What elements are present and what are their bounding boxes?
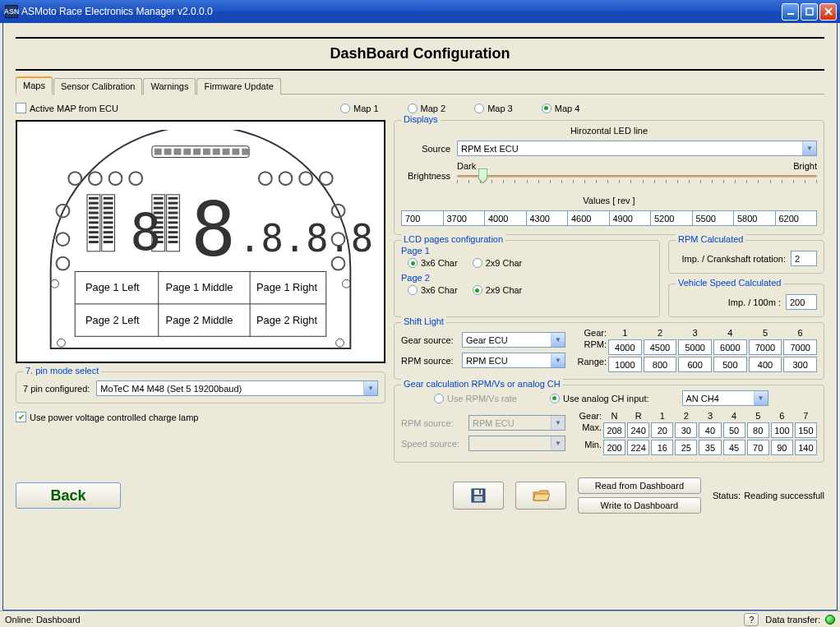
value-input[interactable]: 4000 [484, 210, 526, 226]
led-line-title: Hirozontal LED line [401, 126, 817, 136]
tab-maps[interactable]: Maps [16, 76, 53, 93]
status-label: Status: [713, 491, 741, 500]
svg-text:.8.8.8.: .8.8.8. [238, 217, 376, 260]
svg-text:Page 2 Middle: Page 2 Middle [166, 314, 233, 326]
read-from-dashboard-button[interactable]: Read from Dashboard [578, 477, 701, 494]
save-button[interactable] [453, 482, 504, 509]
svg-rect-72 [168, 241, 178, 243]
source-select[interactable]: RPM Ext ECU▼ [457, 141, 817, 156]
gearcalc-rpm-source-select: RPM ECU▼ [468, 415, 565, 431]
open-button[interactable] [515, 482, 566, 509]
write-to-dashboard-button[interactable]: Write to Dashboard [578, 497, 701, 514]
svg-rect-46 [104, 212, 113, 214]
svg-rect-38 [89, 221, 99, 224]
statusbar: Online: Dashboard ? Data transfer: [0, 611, 840, 627]
svg-text:Page 1 Left: Page 1 Left [85, 281, 140, 293]
pin-mode-legend: 7. pin mode select [23, 366, 101, 376]
status-text: Reading successfull [744, 491, 824, 500]
svg-rect-67 [168, 216, 178, 219]
svg-rect-34 [89, 202, 99, 205]
value-input[interactable]: 6200 [775, 210, 818, 226]
close-button[interactable] [819, 3, 837, 21]
svg-text:8: 8 [130, 201, 161, 262]
svg-rect-33 [89, 197, 99, 200]
tab-warnings[interactable]: Warnings [143, 78, 196, 95]
chevron-down-icon: ▼ [551, 436, 565, 450]
dashboard-preview: 8 8 .8.8.8. Page 1 Left Page 1 Middle Pa… [16, 120, 385, 363]
svg-point-22 [320, 172, 333, 185]
svg-rect-11 [213, 149, 220, 155]
tab-sensor-calibration[interactable]: Sensor Calibration [53, 78, 143, 95]
value-input[interactable]: 700 [401, 210, 443, 226]
values-row: 700 3700 4000 4300 4600 4900 5200 5500 5… [401, 210, 817, 226]
floppy-icon [470, 487, 487, 504]
p2-3x6-radio[interactable]: 3x6 Char [408, 285, 458, 295]
pin-configured-select[interactable]: MoTeC M4 M48 (Set 5 19200baud)▼ [96, 380, 378, 396]
svg-rect-49 [104, 226, 113, 228]
chevron-down-icon: ▼ [551, 353, 565, 367]
transfer-led-icon [825, 615, 835, 625]
charge-lamp-checkbox[interactable]: ✔ [16, 412, 26, 422]
shift-range-input[interactable]: 1000 [608, 357, 642, 372]
tab-firmware-update[interactable]: Firmware Update [196, 78, 280, 95]
use-analog-ch-radio[interactable]: Use analog CH input: [550, 394, 649, 403]
statusbar-left: Online: Dashboard [5, 615, 81, 625]
tabs-bar: Maps Sensor Calibration Warnings Firmwar… [16, 77, 824, 95]
statusbar-right: Data transfer: [765, 615, 820, 625]
app-icon: ASN [5, 5, 18, 18]
chevron-down-icon: ▼ [754, 391, 768, 405]
chevron-down-icon: ▼ [363, 381, 377, 395]
maximize-button[interactable] [801, 3, 818, 21]
chevron-down-icon: ▼ [551, 416, 565, 430]
gear-source-select[interactable]: Gear ECU▼ [462, 332, 565, 348]
rpm-calc-input[interactable]: 2 [791, 251, 817, 266]
value-input[interactable]: 4300 [526, 210, 568, 226]
brightness-slider[interactable] [457, 175, 817, 177]
svg-rect-8 [183, 149, 191, 155]
svg-rect-10 [203, 149, 210, 155]
value-input[interactable]: 5200 [650, 210, 692, 226]
map2-radio[interactable]: Map 2 [408, 104, 446, 113]
svg-rect-70 [168, 231, 178, 233]
svg-point-15 [68, 172, 81, 185]
value-input[interactable]: 4900 [609, 210, 651, 226]
value-input[interactable]: 3700 [443, 210, 485, 226]
svg-rect-12 [223, 149, 230, 155]
svg-rect-40 [89, 231, 99, 233]
p1-2x9-radio[interactable]: 2x9 Char [473, 258, 523, 268]
analog-ch-select[interactable]: AN CH4▼ [682, 390, 768, 406]
minimize-button[interactable] [782, 3, 799, 21]
titlebar: ASN ASMoto Race Electronics Manager v2.0… [0, 0, 840, 23]
value-input[interactable]: 4600 [567, 210, 609, 226]
svg-text:Page 1 Middle: Page 1 Middle [166, 281, 233, 293]
back-button[interactable]: Back [16, 482, 121, 509]
window-title: ASMoto Race Electronics Manager v2.0.0.0 [21, 6, 782, 17]
map4-radio[interactable]: Map 4 [542, 104, 580, 113]
active-map-checkbox[interactable] [16, 103, 26, 113]
shift-rpm-source-select[interactable]: RPM ECU▼ [462, 353, 565, 368]
svg-rect-66 [168, 212, 178, 214]
help-button[interactable]: ? [744, 613, 759, 626]
svg-rect-37 [89, 216, 99, 219]
svg-rect-6 [164, 149, 172, 155]
svg-rect-69 [168, 226, 178, 228]
value-input[interactable]: 5800 [733, 210, 775, 226]
value-input[interactable]: 5500 [692, 210, 734, 226]
active-map-label: Active MAP from ECU [30, 104, 118, 113]
svg-rect-39 [89, 226, 99, 228]
p2-2x9-radio[interactable]: 2x9 Char [473, 285, 523, 295]
p1-3x6-radio[interactable]: 3x6 Char [408, 258, 458, 268]
svg-rect-50 [104, 231, 113, 233]
svg-text:Page 2 Right: Page 2 Right [256, 314, 317, 326]
gearcalc-speed-source-select: ▼ [468, 436, 565, 451]
map3-radio[interactable]: Map 3 [474, 104, 513, 113]
svg-rect-65 [168, 207, 178, 210]
svg-text:8: 8 [191, 187, 236, 273]
speed-calc-input[interactable]: 200 [786, 294, 817, 310]
svg-rect-71 [168, 236, 178, 238]
shift-rpm-input[interactable]: 4000 [608, 339, 642, 355]
values-label: Values [ rev ] [401, 196, 817, 205]
svg-text:Page 1 Right: Page 1 Right [256, 281, 317, 293]
use-rpm-vs-radio[interactable]: Use RPM/Vs rate [434, 394, 517, 403]
map1-radio[interactable]: Map 1 [340, 104, 379, 113]
